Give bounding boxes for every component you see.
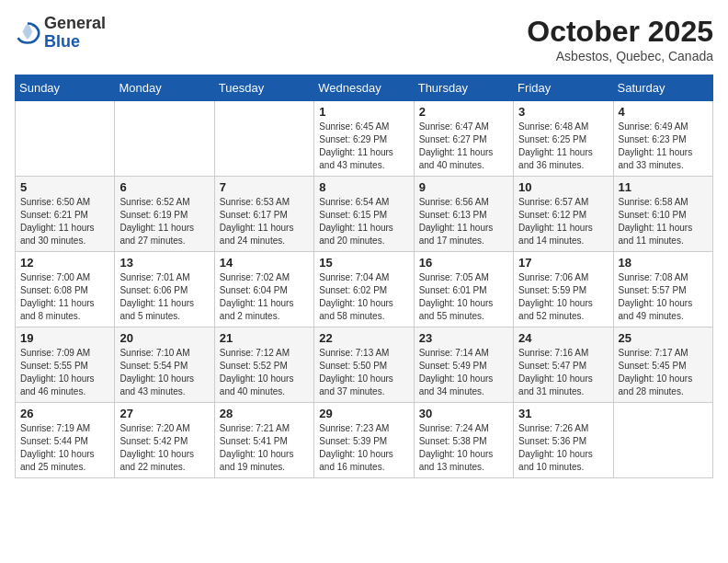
calendar-cell: 20Sunrise: 7:10 AM Sunset: 5:54 PM Dayli… (115, 327, 214, 403)
day-number: 8 (319, 180, 408, 194)
calendar-cell: 24Sunrise: 7:16 AM Sunset: 5:47 PM Dayli… (514, 327, 613, 403)
day-number: 25 (619, 331, 708, 345)
calendar-cell: 12Sunrise: 7:00 AM Sunset: 6:08 PM Dayli… (16, 252, 115, 327)
calendar-cell: 9Sunrise: 6:56 AM Sunset: 6:13 PM Daylig… (414, 177, 513, 252)
day-number: 7 (220, 180, 309, 194)
day-info: Sunrise: 6:54 AM Sunset: 6:15 PM Dayligh… (319, 196, 408, 247)
day-info: Sunrise: 6:45 AM Sunset: 6:29 PM Dayligh… (319, 121, 408, 172)
calendar-cell: 15Sunrise: 7:04 AM Sunset: 6:02 PM Dayli… (314, 252, 414, 327)
day-number: 21 (220, 331, 309, 345)
weekday-header-wednesday: Wednesday (314, 75, 414, 101)
calendar-cell: 31Sunrise: 7:26 AM Sunset: 5:36 PM Dayli… (514, 403, 613, 478)
day-number: 10 (518, 180, 608, 194)
day-number: 30 (419, 407, 508, 420)
day-info: Sunrise: 6:58 AM Sunset: 6:10 PM Dayligh… (619, 196, 708, 247)
day-number: 17 (518, 256, 608, 270)
page-header: General Blue October 2025 Asbestos, Queb… (15, 15, 713, 63)
calendar-cell: 3Sunrise: 6:48 AM Sunset: 6:25 PM Daylig… (514, 101, 613, 177)
day-number: 27 (119, 407, 209, 420)
calendar-cell: 17Sunrise: 7:06 AM Sunset: 5:59 PM Dayli… (514, 252, 613, 327)
weekday-header-thursday: Thursday (414, 75, 513, 101)
day-number: 11 (619, 180, 708, 194)
day-info: Sunrise: 6:57 AM Sunset: 6:12 PM Dayligh… (518, 196, 608, 247)
logo-general-text: General (44, 14, 106, 32)
weekday-header-friday: Friday (514, 75, 613, 101)
day-number: 9 (419, 180, 508, 194)
day-number: 24 (518, 331, 608, 345)
calendar-week-row: 26Sunrise: 7:19 AM Sunset: 5:44 PM Dayli… (16, 403, 713, 478)
day-number: 6 (119, 180, 209, 194)
calendar-cell (16, 101, 115, 177)
calendar-cell: 29Sunrise: 7:23 AM Sunset: 5:39 PM Dayli… (314, 403, 414, 478)
day-info: Sunrise: 7:09 AM Sunset: 5:55 PM Dayligh… (20, 347, 109, 398)
calendar-cell: 19Sunrise: 7:09 AM Sunset: 5:55 PM Dayli… (16, 327, 115, 403)
logo-blue-text: Blue (44, 32, 80, 51)
calendar-cell: 7Sunrise: 6:53 AM Sunset: 6:17 PM Daylig… (214, 177, 313, 252)
calendar-cell: 23Sunrise: 7:14 AM Sunset: 5:49 PM Dayli… (414, 327, 513, 403)
day-info: Sunrise: 7:17 AM Sunset: 5:45 PM Dayligh… (619, 347, 708, 398)
calendar-cell: 27Sunrise: 7:20 AM Sunset: 5:42 PM Dayli… (115, 403, 214, 478)
day-number: 5 (20, 180, 109, 194)
day-info: Sunrise: 6:49 AM Sunset: 6:23 PM Dayligh… (619, 121, 708, 172)
calendar-cell: 10Sunrise: 6:57 AM Sunset: 6:12 PM Dayli… (514, 177, 613, 252)
calendar-cell: 22Sunrise: 7:13 AM Sunset: 5:50 PM Dayli… (314, 327, 414, 403)
day-info: Sunrise: 7:26 AM Sunset: 5:36 PM Dayligh… (518, 422, 608, 474)
day-info: Sunrise: 7:21 AM Sunset: 5:41 PM Dayligh… (220, 422, 309, 474)
calendar-cell: 28Sunrise: 7:21 AM Sunset: 5:41 PM Dayli… (214, 403, 313, 478)
day-info: Sunrise: 7:16 AM Sunset: 5:47 PM Dayligh… (518, 347, 608, 398)
day-number: 28 (220, 407, 309, 420)
day-number: 18 (619, 256, 708, 270)
day-info: Sunrise: 7:02 AM Sunset: 6:04 PM Dayligh… (220, 271, 309, 323)
day-info: Sunrise: 7:00 AM Sunset: 6:08 PM Dayligh… (20, 271, 109, 323)
calendar-cell: 30Sunrise: 7:24 AM Sunset: 5:38 PM Dayli… (414, 403, 513, 478)
day-number: 20 (119, 331, 209, 345)
day-info: Sunrise: 7:06 AM Sunset: 5:59 PM Dayligh… (518, 271, 608, 323)
day-info: Sunrise: 7:05 AM Sunset: 6:01 PM Dayligh… (419, 271, 508, 323)
calendar-cell: 14Sunrise: 7:02 AM Sunset: 6:04 PM Dayli… (214, 252, 313, 327)
calendar-cell: 13Sunrise: 7:01 AM Sunset: 6:06 PM Dayli… (115, 252, 214, 327)
calendar-cell: 26Sunrise: 7:19 AM Sunset: 5:44 PM Dayli… (16, 403, 115, 478)
day-info: Sunrise: 6:56 AM Sunset: 6:13 PM Dayligh… (419, 196, 508, 247)
day-info: Sunrise: 6:52 AM Sunset: 6:19 PM Dayligh… (119, 196, 209, 247)
day-number: 1 (319, 105, 408, 119)
day-info: Sunrise: 7:04 AM Sunset: 6:02 PM Dayligh… (319, 271, 408, 323)
calendar-cell: 6Sunrise: 6:52 AM Sunset: 6:19 PM Daylig… (115, 177, 214, 252)
logo-icon (15, 20, 40, 46)
calendar-cell: 1Sunrise: 6:45 AM Sunset: 6:29 PM Daylig… (314, 101, 414, 177)
day-number: 12 (20, 256, 109, 270)
day-number: 16 (419, 256, 508, 270)
calendar-cell: 8Sunrise: 6:54 AM Sunset: 6:15 PM Daylig… (314, 177, 414, 252)
day-info: Sunrise: 6:47 AM Sunset: 6:27 PM Dayligh… (419, 121, 508, 172)
title-block: October 2025 Asbestos, Quebec, Canada (527, 15, 713, 63)
weekday-header-saturday: Saturday (613, 75, 712, 101)
day-info: Sunrise: 7:12 AM Sunset: 5:52 PM Dayligh… (220, 347, 309, 398)
day-info: Sunrise: 6:48 AM Sunset: 6:25 PM Dayligh… (518, 121, 608, 172)
day-info: Sunrise: 7:10 AM Sunset: 5:54 PM Dayligh… (119, 347, 209, 398)
day-number: 31 (518, 407, 608, 420)
calendar-week-row: 12Sunrise: 7:00 AM Sunset: 6:08 PM Dayli… (16, 252, 713, 327)
day-info: Sunrise: 7:08 AM Sunset: 5:57 PM Dayligh… (619, 271, 708, 323)
calendar-cell (115, 101, 214, 177)
weekday-header-tuesday: Tuesday (214, 75, 313, 101)
calendar-cell (214, 101, 313, 177)
day-info: Sunrise: 6:50 AM Sunset: 6:21 PM Dayligh… (20, 196, 109, 247)
calendar-week-row: 1Sunrise: 6:45 AM Sunset: 6:29 PM Daylig… (16, 101, 713, 177)
weekday-header-row: SundayMondayTuesdayWednesdayThursdayFrid… (16, 75, 713, 101)
day-info: Sunrise: 7:20 AM Sunset: 5:42 PM Dayligh… (119, 422, 209, 474)
day-number: 3 (518, 105, 608, 119)
day-number: 13 (119, 256, 209, 270)
calendar-cell: 18Sunrise: 7:08 AM Sunset: 5:57 PM Dayli… (613, 252, 712, 327)
day-number: 2 (419, 105, 508, 119)
calendar-week-row: 19Sunrise: 7:09 AM Sunset: 5:55 PM Dayli… (16, 327, 713, 403)
day-number: 23 (419, 331, 508, 345)
day-number: 29 (319, 407, 408, 420)
day-info: Sunrise: 7:13 AM Sunset: 5:50 PM Dayligh… (319, 347, 408, 398)
day-number: 15 (319, 256, 408, 270)
calendar-week-row: 5Sunrise: 6:50 AM Sunset: 6:21 PM Daylig… (16, 177, 713, 252)
calendar-cell: 16Sunrise: 7:05 AM Sunset: 6:01 PM Dayli… (414, 252, 513, 327)
calendar-cell: 11Sunrise: 6:58 AM Sunset: 6:10 PM Dayli… (613, 177, 712, 252)
day-number: 4 (619, 105, 708, 119)
calendar-cell: 21Sunrise: 7:12 AM Sunset: 5:52 PM Dayli… (214, 327, 313, 403)
day-info: Sunrise: 6:53 AM Sunset: 6:17 PM Dayligh… (220, 196, 309, 247)
calendar-cell: 4Sunrise: 6:49 AM Sunset: 6:23 PM Daylig… (613, 101, 712, 177)
